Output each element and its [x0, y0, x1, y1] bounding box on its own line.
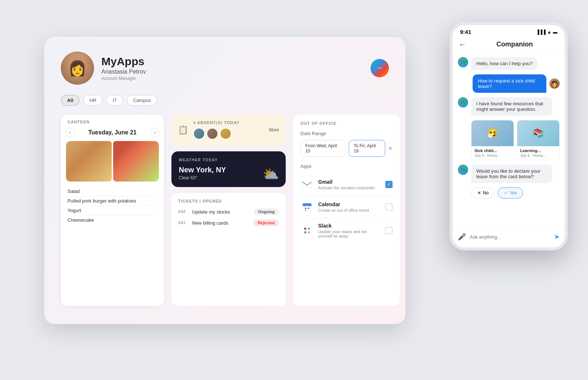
phone-header: ← Companion — [453, 37, 565, 53]
prev-date-button[interactable]: ‹ — [65, 128, 75, 137]
svg-point-15 — [462, 101, 466, 104]
svg-rect-6 — [305, 210, 306, 211]
filter-tabs: All HR IT Campus — [61, 95, 389, 106]
resource-card-1[interactable]: 🤧 Sick child... July 6 · Huma... — [471, 120, 514, 160]
app-item-slack: Slack Update your status and set yoursel… — [300, 218, 393, 243]
user-avatar-small: 👩 — [549, 78, 560, 89]
battery-icon: ▬ — [553, 29, 557, 35]
send-icon[interactable]: ➤ — [554, 233, 560, 241]
resource-info-2: Learning... July 6 · Huma... — [517, 146, 559, 160]
weather-icon: ⛅ — [262, 166, 279, 182]
canteen-card: CANTEEN ‹ Tuesday, June 21 › Salad Pulle… — [61, 115, 164, 306]
user-message-1: How to request a sick child leave? 👩 — [458, 74, 560, 93]
phone-status-bar: 9:41 ▐▐▐ ▲ ▬ — [453, 25, 565, 37]
svg-point-10 — [308, 231, 310, 233]
mic-icon[interactable]: 🎤 — [458, 233, 466, 241]
user-role: Account Manager — [101, 76, 146, 81]
out-of-office-section: OUT OF OFFICE Date Range From Wed, April… — [293, 115, 400, 306]
menu-items: Salad Pulled pork burger with potatoes Y… — [61, 187, 164, 225]
calendar-icon: 31 — [300, 200, 314, 214]
ticket-name-2: New billing cards — [192, 220, 250, 226]
bot-avatar-2 — [458, 97, 468, 108]
slack-name: Slack — [318, 223, 381, 229]
next-date-button[interactable]: › — [150, 128, 160, 137]
filter-tab-it[interactable]: IT — [106, 95, 123, 106]
ticket-badge-1: Ongoing — [254, 208, 279, 215]
phone-status-icons: ▐▐▐ ▲ ▬ — [536, 29, 557, 35]
svg-point-8 — [308, 228, 310, 230]
weather-card: WEATHER TODAY New York, NY Clear 63° ⛅ — [171, 151, 286, 187]
date-clear-button[interactable]: ✕ — [388, 145, 393, 151]
filter-tab-hr[interactable]: HR — [83, 95, 103, 106]
svg-point-17 — [462, 168, 466, 172]
calendar-checkbox[interactable] — [385, 203, 393, 211]
avatar: 👩 — [61, 52, 94, 85]
food-image-1 — [66, 141, 112, 182]
absent-avatar-1 — [193, 128, 205, 140]
gmail-icon — [300, 178, 314, 191]
absent-count: 3 ABSENT(S) TODAY — [193, 120, 264, 125]
phone-time: 9:41 — [460, 29, 471, 35]
svg-point-7 — [304, 228, 306, 230]
filter-tab-all[interactable]: All — [61, 95, 80, 106]
gmail-checkbox[interactable]: ✓ — [385, 181, 393, 188]
resource-meta-2: July 6 · Huma... — [520, 154, 556, 158]
resource-card-2[interactable]: 📚 Learning... July 6 · Huma... — [517, 120, 560, 160]
filter-tab-campus[interactable]: Campus — [127, 95, 157, 106]
ticket-item-2: #43 New billing cards Rejected — [178, 219, 279, 226]
bot-avatar-3 — [458, 165, 468, 175]
ticket-badge-2: Rejected — [253, 219, 279, 226]
ticket-num-1: #44 — [178, 209, 188, 214]
chat-input[interactable] — [470, 234, 550, 240]
right-column: OUT OF OFFICE Date Range From Wed, April… — [293, 115, 400, 306]
resource-title-1: Sick child... — [474, 148, 511, 153]
menu-item: Yogurt — [67, 206, 157, 215]
header-menu-icon[interactable]: ··· — [370, 59, 389, 77]
gmail-name: Gmail — [318, 179, 381, 185]
date-range-inputs: From Wed, April 10 To Fri, April 19 ✕ — [300, 140, 393, 157]
slack-checkbox[interactable] — [385, 227, 393, 234]
svg-rect-4 — [305, 208, 306, 209]
food-image-2 — [113, 141, 159, 182]
date-range-label: Date Range — [300, 131, 393, 136]
header: 👩 MyApps Anastasia Petrov Account Manage… — [61, 52, 389, 85]
to-date-input[interactable]: To Fri, April 19 — [349, 140, 385, 157]
absent-icon: 📋 — [178, 125, 188, 135]
back-button[interactable]: ← — [459, 40, 466, 49]
svg-rect-5 — [308, 208, 309, 209]
no-button[interactable]: ✕ No — [471, 187, 495, 198]
absent-more-button[interactable]: More — [269, 127, 279, 133]
menu-item: Salad — [67, 187, 157, 196]
slack-icon — [300, 224, 314, 237]
ticket-num-2: #43 — [178, 220, 188, 225]
canteen-date: Tuesday, June 21 — [88, 129, 136, 136]
calendar-desc: Create an out of office event — [318, 208, 381, 212]
absent-card: 📋 3 ABSENT(S) TODAY More — [171, 115, 286, 145]
oof-title: OUT OF OFFICE — [300, 121, 393, 126]
from-date-input[interactable]: From Wed, April 10 — [300, 140, 346, 157]
yes-button[interactable]: ✓ Yes — [498, 187, 523, 198]
no-label: No — [483, 190, 488, 196]
resource-title-2: Learning... — [520, 148, 556, 153]
resource-cards: 🤧 Sick child... July 6 · Huma... 📚 Learn… — [471, 120, 560, 160]
gmail-desc: Activate the vacation responder — [318, 186, 381, 190]
bot-bubble-text-2: I have found few resources that might an… — [471, 97, 552, 116]
ticket-name-1: Update my stocks — [192, 209, 250, 215]
svg-point-13 — [462, 60, 466, 64]
canteen-date-nav: ‹ Tuesday, June 21 › — [61, 128, 164, 141]
user-bubble-text-1: How to request a sick child leave? — [473, 74, 546, 93]
app-item-calendar: 31 Calendar Create an out of office even… — [300, 196, 393, 218]
svg-rect-0 — [302, 180, 312, 189]
ticket-item-1: #44 Update my stocks Ongoing — [178, 208, 279, 215]
declare-buttons-area: ✕ No ✓ Yes — [471, 187, 560, 198]
weather-label: WEATHER TODAY — [179, 158, 278, 162]
header-info: MyApps Anastasia Petrov Account Manager — [101, 55, 146, 81]
chat-area[interactable]: Hello, how can I help you? How to reques… — [453, 53, 565, 224]
absent-info: 3 ABSENT(S) TODAY — [193, 120, 264, 140]
menu-item: Cheesecake — [67, 215, 157, 225]
slack-info: Slack Update your status and set yoursel… — [318, 223, 381, 238]
bot-bubble-text-1: Hello, how can I help you? — [471, 57, 537, 70]
no-icon: ✕ — [477, 190, 481, 196]
svg-point-9 — [304, 231, 306, 233]
absent-avatar-3 — [220, 128, 232, 140]
